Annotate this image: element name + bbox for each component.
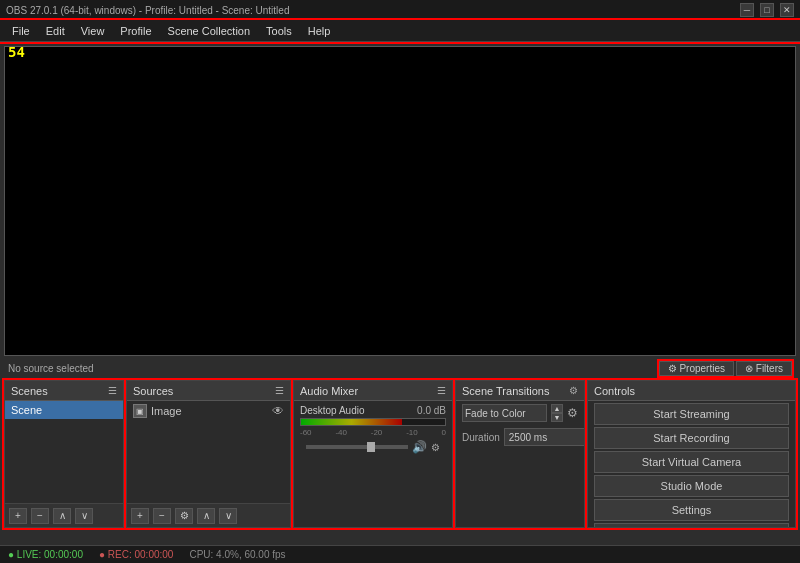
audio-mixer-panel: Audio Mixer ☰ Desktop Audio 0.0 dB -60 -…: [293, 380, 453, 528]
transition-type-row: Fade to Color ▲ ▼ ⚙: [456, 401, 584, 425]
title-bar: OBS 27.0.1 (64-bit, windows) - Profile: …: [0, 0, 800, 20]
controls-content: Start Streaming Start Recording Start Vi…: [588, 401, 795, 527]
controls-title: Controls: [594, 385, 635, 397]
window-controls: ─ □ ✕: [740, 3, 794, 17]
menu-scene-collection[interactable]: Scene Collection: [160, 23, 259, 39]
scale-1: -40: [335, 428, 347, 437]
scale-2: -20: [371, 428, 383, 437]
scenes-panel: Scenes ☰ Scene + − ∧ ∨: [4, 380, 124, 528]
live-label: ● LIVE:: [8, 549, 41, 560]
scale-4: 0: [442, 428, 446, 437]
sources-settings-button[interactable]: ⚙: [175, 508, 193, 524]
settings-button[interactable]: Settings: [594, 499, 789, 521]
sources-up-button[interactable]: ∧: [197, 508, 215, 524]
menu-edit[interactable]: Edit: [38, 23, 73, 39]
scenes-header: Scenes ☰: [5, 381, 123, 401]
title-text: OBS 27.0.1 (64-bit, windows) - Profile: …: [6, 5, 289, 16]
rec-label: ● REC:: [99, 549, 132, 560]
scenes-down-button[interactable]: ∨: [75, 508, 93, 524]
audio-header: Audio Mixer ☰: [294, 381, 452, 401]
transitions-content: Fade to Color ▲ ▼ ⚙ Duration ▲ ▼: [456, 401, 584, 527]
live-status: ● LIVE: 00:00:00: [8, 549, 83, 560]
minimize-button[interactable]: ─: [740, 3, 754, 17]
exit-button[interactable]: Exit: [594, 523, 789, 527]
cpu-status: CPU: 4.0%, 60.00 fps: [189, 549, 285, 560]
scenes-remove-button[interactable]: −: [31, 508, 49, 524]
menu-bar: File Edit View Profile Scene Collection …: [0, 20, 800, 42]
duration-label: Duration: [462, 432, 500, 443]
sources-header: Sources ☰: [127, 381, 290, 401]
sources-menu-icon[interactable]: ☰: [275, 385, 284, 396]
fps-counter: 54: [8, 44, 25, 60]
menu-file[interactable]: File: [4, 23, 38, 39]
sources-add-button[interactable]: +: [131, 508, 149, 524]
audio-track: Desktop Audio 0.0 dB -60 -40 -20 -10 0: [294, 401, 452, 460]
source-bar-buttons: ⚙ Properties ⊗ Filters: [659, 361, 792, 376]
start-recording-button[interactable]: Start Recording: [594, 427, 789, 449]
menu-tools[interactable]: Tools: [258, 23, 300, 39]
scale-0: -60: [300, 428, 312, 437]
audio-settings-icon[interactable]: ⚙: [431, 442, 440, 453]
transition-settings-icon[interactable]: ⚙: [567, 406, 578, 420]
audio-controls: 🔊 ⚙: [300, 438, 446, 456]
rec-status: ● REC: 00:00:00: [99, 549, 173, 560]
sources-down-button[interactable]: ∨: [219, 508, 237, 524]
rec-time: 00:00:00: [135, 549, 174, 560]
source-image-icon: ▣: [133, 404, 147, 418]
close-button[interactable]: ✕: [780, 3, 794, 17]
sources-title: Sources: [133, 385, 173, 397]
transition-type-select[interactable]: Fade to Color: [462, 404, 547, 422]
meter-scale: -60 -40 -20 -10 0: [300, 428, 446, 437]
audio-track-db: 0.0 dB: [417, 405, 446, 416]
scene-transitions-panel: Scene Transitions ⚙ Fade to Color ▲ ▼ ⚙ …: [455, 380, 585, 528]
live-time: 00:00:00: [44, 549, 83, 560]
transition-spinner: ▲ ▼: [551, 404, 563, 422]
source-bar: No source selected ⚙ Properties ⊗ Filter…: [4, 358, 796, 378]
maximize-button[interactable]: □: [760, 3, 774, 17]
duration-row: Duration ▲ ▼: [456, 425, 584, 449]
start-virtual-camera-button[interactable]: Start Virtual Camera: [594, 451, 789, 473]
start-streaming-button[interactable]: Start Streaming: [594, 403, 789, 425]
studio-mode-button[interactable]: Studio Mode: [594, 475, 789, 497]
transition-spin-up[interactable]: ▲: [551, 404, 563, 413]
transitions-menu-icon[interactable]: ⚙: [569, 385, 578, 396]
scenes-up-button[interactable]: ∧: [53, 508, 71, 524]
scenes-content: Scene: [5, 401, 123, 503]
no-source-text: No source selected: [8, 363, 94, 374]
filters-button[interactable]: ⊗ Filters: [736, 361, 792, 376]
scale-3: -10: [406, 428, 418, 437]
status-bar: ● LIVE: 00:00:00 ● REC: 00:00:00 CPU: 4.…: [0, 545, 800, 563]
scenes-menu-icon[interactable]: ☰: [108, 385, 117, 396]
transitions-header: Scene Transitions ⚙: [456, 381, 584, 401]
scene-item[interactable]: Scene: [5, 401, 123, 419]
source-name: Image: [151, 405, 182, 417]
controls-panel: Controls Start Streaming Start Recording…: [587, 380, 796, 528]
duration-input[interactable]: [504, 428, 584, 446]
audio-track-name-row: Desktop Audio 0.0 dB: [300, 405, 446, 416]
source-visibility-icon[interactable]: 👁: [272, 404, 284, 418]
sources-panel: Sources ☰ ▣ Image 👁 + − ⚙ ∧ ∨: [126, 380, 291, 528]
sources-content: ▣ Image 👁: [127, 401, 290, 503]
transition-spin-down[interactable]: ▼: [551, 413, 563, 422]
sources-remove-button[interactable]: −: [153, 508, 171, 524]
preview-area: [4, 46, 796, 356]
mute-icon[interactable]: 🔊: [412, 440, 427, 454]
menu-view[interactable]: View: [73, 23, 113, 39]
bottom-panels: Scenes ☰ Scene + − ∧ ∨ Sources ☰ ▣ Image…: [4, 380, 796, 528]
menu-help[interactable]: Help: [300, 23, 339, 39]
source-item[interactable]: ▣ Image 👁: [127, 401, 290, 421]
transitions-title: Scene Transitions: [462, 385, 549, 397]
sources-footer: + − ⚙ ∧ ∨: [127, 503, 290, 527]
volume-slider[interactable]: [306, 445, 408, 449]
controls-header: Controls: [588, 381, 795, 401]
audio-meter: [300, 418, 446, 426]
audio-menu-icon[interactable]: ☰: [437, 385, 446, 396]
audio-content: Desktop Audio 0.0 dB -60 -40 -20 -10 0: [294, 401, 452, 527]
scenes-add-button[interactable]: +: [9, 508, 27, 524]
audio-title: Audio Mixer: [300, 385, 358, 397]
volume-slider-thumb[interactable]: [367, 442, 375, 452]
properties-button[interactable]: ⚙ Properties: [659, 361, 734, 376]
menu-profile[interactable]: Profile: [112, 23, 159, 39]
scenes-footer: + − ∧ ∨: [5, 503, 123, 527]
audio-track-name: Desktop Audio: [300, 405, 365, 416]
